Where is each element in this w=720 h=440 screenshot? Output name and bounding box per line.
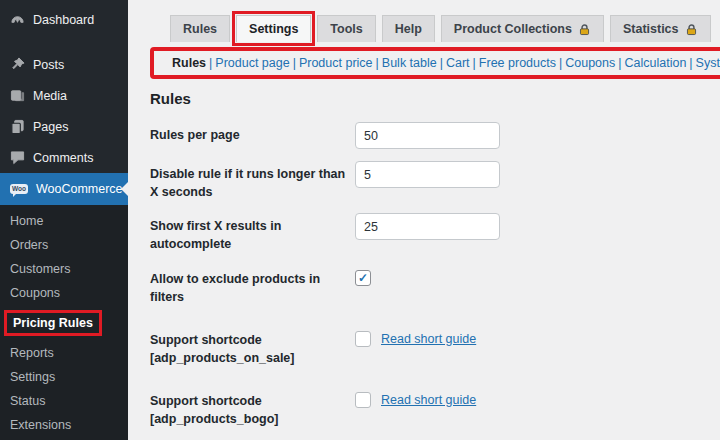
- subnav-current-rules[interactable]: Rules: [172, 56, 206, 70]
- comment-icon: [10, 150, 25, 165]
- shortcode-bogo-checkbox[interactable]: ✓: [355, 392, 371, 408]
- read-short-guide-link[interactable]: Read short guide: [381, 393, 476, 407]
- sidebar-item-media[interactable]: Media: [0, 80, 128, 111]
- annotation-box-pricing-rules: Pricing Rules: [4, 310, 102, 336]
- settings-subnav-annotated: Rules|Product page|Product price|Bulk ta…: [150, 47, 720, 79]
- subnav-link-cart[interactable]: Cart: [446, 56, 470, 70]
- read-short-guide-link[interactable]: Read short guide: [381, 332, 476, 346]
- form-row-exclude-products: Allow to exclude products in filters ✓: [150, 265, 720, 306]
- tab-bar: Rules Settings Tools Help Product Collec…: [170, 15, 720, 42]
- submenu-item-coupons[interactable]: Coupons: [0, 281, 128, 305]
- woocommerce-submenu: Home Orders Customers Coupons Pricing Ru…: [0, 205, 128, 440]
- submenu-item-orders[interactable]: Orders: [0, 233, 128, 257]
- tab-statistics[interactable]: Statistics: [610, 15, 711, 42]
- form-row-shortcode-bogo: Support shortcode[adp_products_bogo] ✓ R…: [150, 387, 720, 428]
- field-label: Support shortcode[adp_products_bogo]: [150, 387, 355, 428]
- page-title: Rules: [150, 90, 720, 107]
- submenu-item-settings[interactable]: Settings: [0, 365, 128, 389]
- sidebar-item-label: Comments: [33, 151, 93, 165]
- lock-icon: [578, 23, 591, 36]
- tab-help[interactable]: Help: [382, 15, 435, 42]
- sidebar-item-comments[interactable]: Comments: [0, 142, 128, 173]
- submenu-item-home[interactable]: Home: [0, 209, 128, 233]
- submenu-item-customers[interactable]: Customers: [0, 257, 128, 281]
- form-row-autocomplete-results: Show first X results in autocomplete: [150, 212, 720, 253]
- field-label: Rules per page: [150, 121, 355, 144]
- submenu-item-reports[interactable]: Reports: [0, 341, 128, 365]
- subnav-link-free-products[interactable]: Free products: [479, 56, 556, 70]
- form-row-rules-per-page: Rules per page: [150, 121, 720, 149]
- field-label: Disable rule if it runs longer than X se…: [150, 160, 355, 201]
- form-row-disable-rule-timeout: Disable rule if it runs longer than X se…: [150, 160, 720, 201]
- sidebar-item-dashboard[interactable]: Dashboard: [0, 0, 128, 35]
- tab-settings[interactable]: Settings: [236, 15, 311, 42]
- sidebar-item-posts[interactable]: Posts: [0, 49, 128, 80]
- subnav-link-coupons[interactable]: Coupons: [565, 56, 615, 70]
- subnav-link-product-price[interactable]: Product price: [299, 56, 373, 70]
- sidebar-item-label: WooCommerce: [36, 182, 123, 196]
- submenu-item-status[interactable]: Status: [0, 389, 128, 413]
- current-menu-arrow: [114, 182, 128, 196]
- pages-icon: [10, 119, 25, 134]
- disable-rule-timeout-input[interactable]: [355, 161, 500, 188]
- sidebar-item-label: Media: [33, 89, 67, 103]
- sidebar-item-label: Dashboard: [33, 13, 94, 27]
- form-row-shortcode-on-sale: Support shortcode[adp_products_on_sale] …: [150, 326, 720, 367]
- subnav-link-calculation[interactable]: Calculation: [625, 56, 687, 70]
- media-icon: [10, 88, 25, 103]
- sidebar-item-woocommerce[interactable]: Woo WooCommerce: [0, 173, 128, 205]
- shortcode-on-sale-checkbox[interactable]: ✓: [355, 331, 371, 347]
- field-label: Show first X results in autocomplete: [150, 212, 355, 253]
- exclude-products-checkbox[interactable]: ✓: [355, 270, 371, 286]
- submenu-item-pricing-rules[interactable]: Pricing Rules: [0, 305, 128, 341]
- sidebar-item-label: Pages: [33, 120, 68, 134]
- admin-sidebar: Dashboard Posts Media Pages Comments Woo…: [0, 0, 128, 440]
- pin-icon: [10, 57, 25, 72]
- lock-icon: [685, 23, 698, 36]
- sidebar-item-label: Posts: [33, 58, 64, 72]
- field-label: Support shortcode[adp_products_on_sale]: [150, 326, 355, 367]
- submenu-item-extensions[interactable]: Extensions: [0, 413, 128, 437]
- rules-per-page-input[interactable]: [355, 122, 500, 149]
- subnav-link-product-page[interactable]: Product page: [215, 56, 289, 70]
- sidebar-item-pages[interactable]: Pages: [0, 111, 128, 142]
- field-label: Allow to exclude products in filters: [150, 265, 355, 306]
- tab-tools[interactable]: Tools: [317, 15, 375, 42]
- tab-rules[interactable]: Rules: [170, 15, 230, 42]
- autocomplete-results-input[interactable]: [355, 213, 500, 240]
- subnav-link-bulk-table[interactable]: Bulk table: [382, 56, 437, 70]
- subnav-link-system[interactable]: System: [696, 56, 720, 70]
- settings-page: Rules Settings Tools Help Product Collec…: [128, 0, 720, 440]
- woocommerce-icon: Woo: [10, 184, 28, 195]
- tab-product-collections[interactable]: Product Collections: [441, 15, 604, 42]
- dashboard-icon: [10, 12, 25, 27]
